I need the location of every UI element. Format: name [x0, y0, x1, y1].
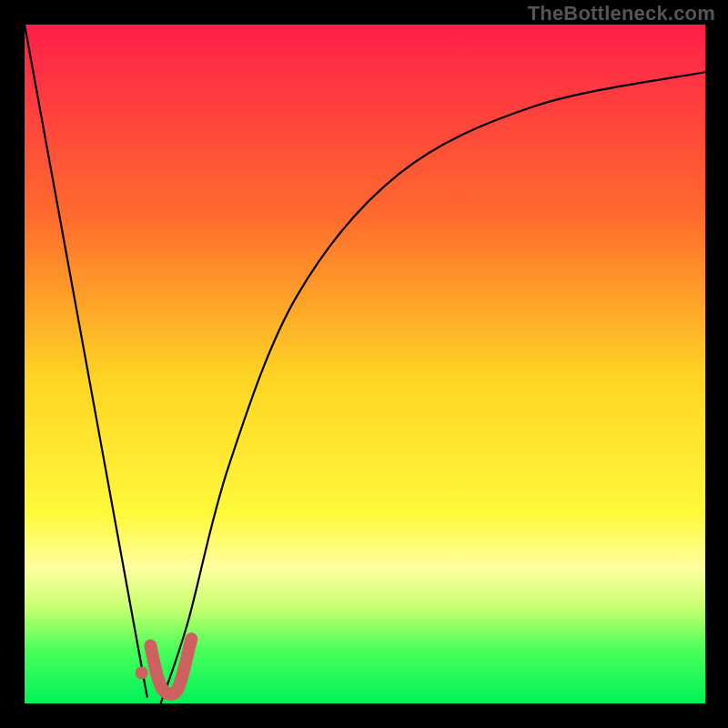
optimal-marker-dot	[136, 666, 148, 679]
plot-background-gradient	[25, 25, 705, 703]
chart-svg	[0, 0, 728, 728]
chart-stage: TheBottleneck.com	[0, 0, 728, 728]
watermark-text: TheBottleneck.com	[528, 2, 715, 25]
